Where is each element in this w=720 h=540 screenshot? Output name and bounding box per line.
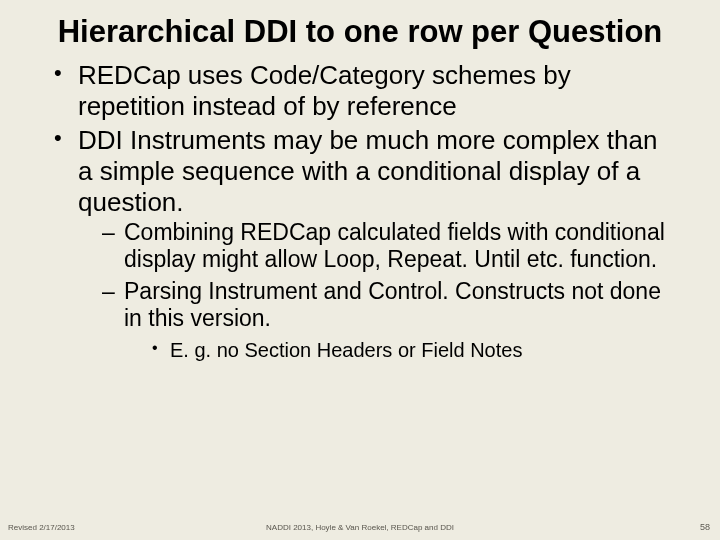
footer-revised-date: Revised 2/17/2013 [8, 523, 75, 532]
footer-citation: NADDI 2013, Hoyle & Van Roekel, REDCap a… [266, 523, 454, 532]
slide-body: REDCap uses Code/Category schemes by rep… [0, 54, 720, 362]
bullet-text: Parsing Instrument and Control. Construc… [124, 278, 661, 331]
bullet-item: E. g. no Section Headers or Field Notes [150, 338, 670, 362]
bullet-item: Parsing Instrument and Control. Construc… [100, 278, 670, 362]
bullet-list-level2: Combining REDCap calculated fields with … [78, 219, 670, 362]
slide-footer: Revised 2/17/2013 NADDI 2013, Hoyle & Va… [0, 522, 720, 532]
bullet-item: REDCap uses Code/Category schemes by rep… [50, 60, 670, 121]
bullet-text: DDI Instruments may be much more complex… [78, 125, 657, 216]
bullet-item: DDI Instruments may be much more complex… [50, 125, 670, 362]
bullet-list-level3: E. g. no Section Headers or Field Notes [124, 338, 670, 362]
bullet-list-level1: REDCap uses Code/Category schemes by rep… [50, 60, 670, 362]
slide-number: 58 [700, 522, 710, 532]
slide-title: Hierarchical DDI to one row per Question [0, 0, 720, 54]
bullet-item: Combining REDCap calculated fields with … [100, 219, 670, 273]
